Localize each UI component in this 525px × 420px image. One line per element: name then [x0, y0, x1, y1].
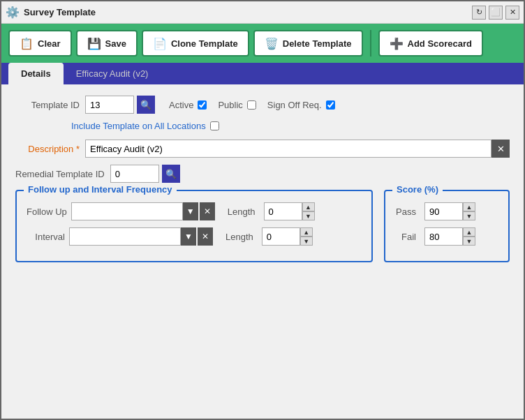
template-id-input[interactable] [85, 96, 134, 114]
add-scorecard-icon: ➕ [390, 37, 404, 50]
active-label: Active [169, 100, 193, 110]
active-checkbox[interactable] [198, 100, 207, 110]
follow-up-dropdown-button[interactable]: ▼ [183, 202, 198, 220]
fail-spinner-buttons: ▲ ▼ [463, 227, 475, 246]
description-label: Description * [15, 144, 85, 154]
remedial-search-button[interactable]: 🔍 [162, 165, 180, 183]
sign-off-checkbox[interactable] [326, 100, 335, 110]
pass-spinner-buttons: ▲ ▼ [463, 202, 475, 220]
follow-up-length-spinner: ▲ ▼ [264, 202, 315, 220]
add-scorecard-button[interactable]: ➕ Add Scorecard [378, 30, 483, 57]
template-id-row: Template ID 🔍 Active Public Sign Off Req… [15, 96, 510, 114]
description-clear-button[interactable]: ✕ [491, 140, 510, 158]
interval-input[interactable] [69, 227, 181, 246]
fail-label: Fail [395, 232, 416, 242]
tabs-bar: Details Efficacy Audit (v2) [1, 63, 524, 84]
clone-label: Clone Template [171, 38, 238, 49]
follow-up-row: Follow Up ▼ ✕ Length ▲ ▼ [27, 202, 362, 220]
public-checkbox-group: Public [218, 100, 256, 110]
main-window: ⚙️ Survey Template ↻ ⬜ ✕ 📋 Clear 💾 Save … [0, 0, 525, 420]
pass-spinner: ▲ ▼ [424, 202, 475, 220]
maximize-button[interactable]: ⬜ [489, 6, 503, 20]
follow-up-label: Follow Up [27, 207, 67, 217]
close-button[interactable]: ✕ [505, 6, 519, 20]
active-checkbox-group: Active [169, 100, 207, 110]
description-row: Description * ✕ [15, 140, 510, 158]
remedial-input[interactable] [110, 165, 159, 183]
pass-label: Pass [395, 207, 416, 217]
description-input[interactable] [85, 140, 491, 158]
pass-down-button[interactable]: ▼ [463, 211, 475, 220]
fail-up-button[interactable]: ▲ [463, 227, 475, 237]
interval-length-up-button[interactable]: ▲ [300, 227, 313, 237]
remedial-label: Remedial Template ID [15, 169, 110, 179]
template-id-field-group: 🔍 [85, 96, 155, 114]
include-row: Include Template on All Locations [15, 121, 510, 131]
interval-label: Interval [27, 232, 65, 242]
add-scorecard-label: Add Scorecard [408, 38, 472, 49]
template-id-label: Template ID [15, 100, 85, 110]
save-icon: 💾 [87, 37, 101, 50]
toolbar: 📋 Clear 💾 Save 📄 Clone Template 🗑️ Delet… [1, 24, 524, 63]
score-panel-legend: Score (%) [392, 184, 443, 195]
tab-efficacy-audit[interactable]: Efficacy Audit (v2) [64, 63, 161, 84]
follow-up-input[interactable] [71, 202, 183, 220]
clear-icon: 📋 [20, 37, 34, 50]
public-label: Public [218, 100, 242, 110]
include-checkbox[interactable] [210, 121, 219, 130]
sign-off-checkbox-group: Sign Off Req. [267, 100, 335, 110]
refresh-button[interactable]: ↻ [472, 6, 486, 20]
interval-dropdown-button[interactable]: ▼ [181, 227, 196, 246]
follow-up-length-input[interactable] [264, 202, 302, 220]
interval-length-down-button[interactable]: ▼ [300, 237, 313, 246]
content-area: Template ID 🔍 Active Public Sign Off Req… [1, 84, 524, 419]
remedial-field-group: 🔍 [110, 165, 180, 183]
clone-template-button[interactable]: 📄 Clone Template [142, 30, 249, 57]
fail-input[interactable] [424, 227, 463, 246]
delete-template-button[interactable]: 🗑️ Delete Template [253, 30, 363, 57]
template-id-search-button[interactable]: 🔍 [137, 96, 155, 114]
sign-off-label: Sign Off Req. [267, 100, 322, 110]
follow-up-length-spinner-buttons: ▲ ▼ [302, 202, 315, 220]
include-label: Include Template on All Locations [71, 121, 206, 131]
fail-row: Fail ▲ ▼ [395, 227, 498, 246]
follow-up-panel: Follow up and Interval Frequency Follow … [15, 190, 373, 262]
follow-up-length-up-button[interactable]: ▲ [302, 202, 315, 211]
score-panel: Score (%) Pass ▲ ▼ Fail [384, 190, 510, 262]
pass-row: Pass ▲ ▼ [395, 202, 498, 220]
pass-up-button[interactable]: ▲ [463, 202, 475, 211]
window-title: Survey Template [24, 7, 472, 17]
interval-dropdown-group: ▼ ✕ [69, 227, 213, 246]
tab-details[interactable]: Details [8, 63, 64, 84]
interval-row: Interval ▼ ✕ Length ▲ ▼ [27, 227, 362, 246]
pass-input[interactable] [424, 202, 463, 220]
follow-up-panel-legend: Follow up and Interval Frequency [24, 184, 177, 195]
fail-spinner: ▲ ▼ [424, 227, 475, 246]
clear-button[interactable]: 📋 Clear [8, 30, 72, 57]
follow-up-dropdown-group: ▼ ✕ [71, 202, 215, 220]
save-label: Save [105, 38, 126, 49]
interval-clear-button[interactable]: ✕ [198, 227, 213, 246]
clear-label: Clear [38, 38, 61, 49]
interval-length-input[interactable] [262, 227, 300, 246]
follow-up-length-down-button[interactable]: ▼ [302, 211, 315, 220]
save-button[interactable]: 💾 Save [76, 30, 138, 57]
delete-icon: 🗑️ [265, 37, 279, 50]
interval-length-label: Length [225, 232, 253, 242]
clone-icon: 📄 [153, 37, 167, 50]
follow-up-clear-button[interactable]: ✕ [200, 202, 215, 220]
remedial-row: Remedial Template ID 🔍 [15, 165, 510, 183]
toolbar-separator [370, 30, 371, 57]
panels-row: Follow up and Interval Frequency Follow … [15, 190, 510, 262]
follow-up-length-label: Length [228, 207, 256, 217]
app-icon: ⚙️ [6, 6, 20, 19]
interval-length-spinner-buttons: ▲ ▼ [300, 227, 313, 246]
interval-length-spinner: ▲ ▼ [262, 227, 313, 246]
fail-down-button[interactable]: ▼ [463, 237, 475, 246]
title-bar: ⚙️ Survey Template ↻ ⬜ ✕ [1, 1, 524, 24]
delete-label: Delete Template [283, 38, 352, 49]
title-bar-controls: ↻ ⬜ ✕ [472, 6, 519, 20]
public-checkbox[interactable] [247, 100, 256, 110]
